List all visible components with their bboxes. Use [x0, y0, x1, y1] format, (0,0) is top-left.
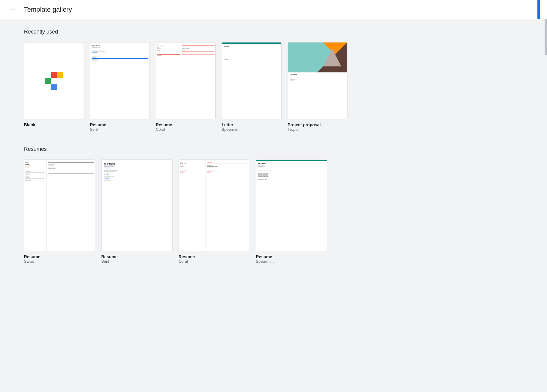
- resume-serif2-label: Resume Serif: [101, 254, 173, 264]
- app-header: ← Template gallery: [0, 0, 547, 19]
- template-resume-coral-subname: Coral: [156, 127, 216, 132]
- template-resume-coral-label: Resume Coral: [156, 122, 216, 132]
- template-project-tropic-subname: Tropic: [288, 127, 347, 132]
- resumes-grid: YourName Creative Director 123-456-7890 …: [24, 159, 523, 264]
- resume-swiss-name: Resume: [24, 254, 95, 259]
- template-project-tropic-thumb[interactable]: Project Name 2000-2020 Your Name 123 You…: [288, 42, 347, 119]
- template-project-tropic-name: Project proposal: [288, 122, 347, 127]
- resume-spearmint-name: Resume: [256, 254, 327, 259]
- template-blank[interactable]: Blank: [24, 42, 84, 132]
- resumes-section: Resumes YourName Creative Director 123-4…: [24, 146, 523, 264]
- resume-serif-preview: Your Name email@email.com · 123-456-7890…: [90, 42, 149, 119]
- resume-coral2-subname: Coral: [179, 259, 250, 264]
- resume-swiss-item[interactable]: YourName Creative Director 123-456-7890 …: [24, 159, 95, 264]
- resume-coral2-item[interactable]: Hello, I'm Your Name Job Title City, ST …: [179, 159, 250, 264]
- template-resume-serif[interactable]: Your Name email@email.com · 123-456-7890…: [90, 42, 150, 132]
- coral2-right: EXPERIENCE Company Team · Location · Job…: [206, 160, 250, 251]
- scrollbar-thumb[interactable]: [545, 19, 547, 55]
- svg-rect-0: [51, 72, 57, 78]
- google-plus-icon: [45, 72, 63, 90]
- resume-coral2-thumb[interactable]: Hello, I'm Your Name Job Title City, ST …: [179, 159, 250, 251]
- serif-preview-contact: email@email.com · 123-456-7890: [92, 47, 148, 48]
- template-project-tropic-label: Project proposal Tropic: [288, 122, 347, 132]
- template-resume-serif-subname: Serif: [90, 127, 150, 132]
- template-letter-spearmint-name: Letter: [222, 122, 282, 127]
- resume-serif2-name: Resume: [101, 254, 173, 259]
- svg-rect-1: [57, 72, 63, 78]
- swiss-left: YourName Creative Director 123-456-7890 …: [24, 160, 47, 251]
- coral-right-col: EXPERIENCE Company Name · Job Title Loca…: [181, 42, 215, 119]
- template-resume-serif-label: Resume Serif: [90, 122, 150, 132]
- recently-used-section: Recently used: [24, 29, 523, 132]
- resume-coral2-label: Resume Coral: [179, 254, 250, 264]
- resume-swiss-thumb[interactable]: YourName Creative Director 123-456-7890 …: [24, 159, 95, 251]
- page-title: Template gallery: [24, 6, 72, 13]
- serif-preview-name: Your Name: [92, 45, 148, 47]
- template-resume-serif-thumb[interactable]: Your Name email@email.com · 123-456-7890…: [90, 42, 150, 119]
- template-resume-serif-name: Resume: [90, 122, 150, 127]
- template-letter-spearmint-thumb[interactable]: Your Name City, Company Name 123-456-789…: [222, 42, 282, 119]
- svg-rect-4: [45, 78, 51, 84]
- resume-serif2-item[interactable]: Your Name 123 Your Street · Your City, S…: [101, 159, 173, 264]
- spearmint-preview: Your Name City, Company Name 123-456-789…: [222, 42, 281, 119]
- resume-swiss-subname: Swiss: [24, 259, 95, 264]
- resume-spearmint-thumb[interactable]: Your Name Industrial Designer 123 Your S…: [256, 159, 327, 251]
- swiss-preview: YourName Creative Director 123-456-7890 …: [24, 160, 95, 251]
- serif2-preview: Your Name 123 Your Street · Your City, S…: [102, 160, 172, 251]
- serif-preview-projects-label: PROJECTS: [92, 57, 148, 59]
- template-blank-name: Blank: [24, 122, 84, 127]
- header-accent-bar: [537, 0, 540, 19]
- coral2-preview: Hello, I'm Your Name Job Title City, ST …: [179, 160, 250, 251]
- svg-rect-3: [57, 78, 63, 84]
- tropic-header-img: [288, 42, 347, 72]
- resume-coral2-name: Resume: [179, 254, 250, 259]
- serif-preview-experience-label: EXPERIENCE: [92, 52, 148, 54]
- template-blank-label: Blank: [24, 122, 84, 127]
- resume-serif2-thumb[interactable]: Your Name 123 Your Street · Your City, S…: [101, 159, 173, 251]
- resume-spearmint-label: Resume Spearmint: [256, 254, 327, 264]
- main-content: Recently used: [0, 19, 547, 273]
- svg-rect-5: [45, 84, 51, 90]
- coral-left-col: Hello, I'm Your Name Job Title 123-456-7…: [156, 42, 181, 119]
- svg-rect-7: [57, 84, 63, 90]
- resume-spearmint-item[interactable]: Your Name Industrial Designer 123 Your S…: [256, 159, 327, 264]
- template-resume-coral[interactable]: Hello, I'm Your Name Job Title 123-456-7…: [156, 42, 216, 132]
- coral2-left: Hello, I'm Your Name Job Title City, ST …: [179, 160, 206, 251]
- recently-used-grid: Blank Your Name email@email.com · 123-45…: [24, 42, 523, 132]
- spearmint2-preview: Your Name Industrial Designer 123 Your S…: [256, 160, 327, 251]
- template-project-tropic[interactable]: Project Name 2000-2020 Your Name 123 You…: [288, 42, 347, 132]
- resume-spearmint-subname: Spearmint: [256, 259, 327, 264]
- template-letter-spearmint[interactable]: Your Name City, Company Name 123-456-789…: [222, 42, 282, 132]
- swiss-right: Company Name / Job Title Lorem ipsum dol…: [47, 160, 95, 251]
- back-button[interactable]: ←: [7, 4, 19, 16]
- template-resume-coral-name: Resume: [156, 122, 216, 127]
- resume-swiss-label: Resume Swiss: [24, 254, 95, 264]
- resume-serif2-subname: Serif: [101, 259, 173, 264]
- serif-preview-education-label: EDUCATION: [92, 48, 148, 50]
- template-resume-coral-thumb[interactable]: Hello, I'm Your Name Job Title 123-456-7…: [156, 42, 216, 119]
- recently-used-title: Recently used: [24, 29, 523, 35]
- template-blank-thumb[interactable]: [24, 42, 84, 119]
- svg-rect-2: [51, 78, 57, 84]
- coral-preview: Hello, I'm Your Name Job Title 123-456-7…: [156, 42, 215, 119]
- tropic-preview: Project Name 2000-2020 Your Name 123 You…: [288, 42, 347, 119]
- scrollbar[interactable]: [545, 0, 547, 392]
- resumes-section-title: Resumes: [24, 146, 523, 152]
- template-letter-spearmint-subname: Spearmint: [222, 127, 282, 132]
- svg-rect-6: [51, 84, 57, 90]
- template-letter-spearmint-label: Letter Spearmint: [222, 122, 282, 132]
